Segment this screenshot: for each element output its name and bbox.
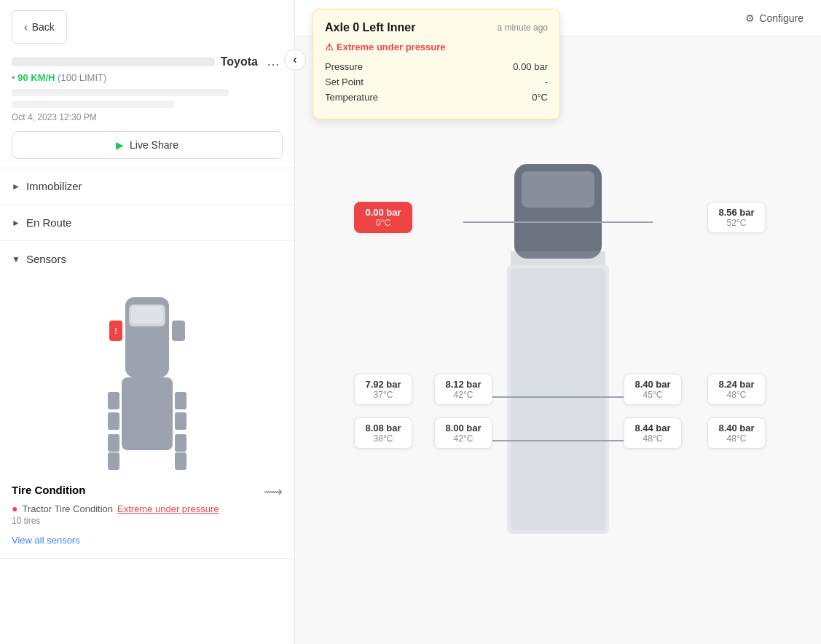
- vehicle-id-blurred: [12, 58, 215, 66]
- svg-rect-4: [172, 321, 185, 341]
- tire-axle2-right-outer[interactable]: 8.24 bar 48°C: [707, 374, 766, 405]
- axle3-right-inner-temp: 48°C: [632, 433, 674, 444]
- tooltip-alert: ⚠ Extreme under pressure: [325, 42, 548, 52]
- tire-condition-label: Tire Condition: [12, 484, 85, 496]
- axle2-left-outer-pressure: 7.92 bar: [362, 379, 404, 390]
- temperature-label: Temperature: [325, 92, 378, 103]
- tire-axle2-left-outer[interactable]: 7.92 bar 37°C: [354, 374, 412, 405]
- front-right-pressure: 8.56 bar: [715, 207, 758, 218]
- tooltip-pressure-row: Pressure 0.00 bar: [325, 61, 548, 72]
- collapse-sidebar-button[interactable]: ‹: [284, 49, 306, 71]
- svg-rect-20: [511, 268, 605, 530]
- gear-icon: ⚙: [745, 12, 755, 24]
- tire-axle3-right-outer[interactable]: 8.40 bar 48°C: [707, 417, 766, 449]
- tire-tooltip-popup: Axle 0 Left Inner a minute ago ⚠ Extreme…: [313, 9, 560, 119]
- set-point-value: -: [545, 76, 548, 87]
- axle3-right-inner-pressure: 8.44 bar: [632, 423, 674, 433]
- axle3-left-inner-pressure: 8.00 bar: [442, 423, 484, 433]
- axle3-left-outer-temp: 38°C: [362, 433, 404, 444]
- svg-rect-5: [122, 377, 173, 450]
- vehicle-header: Toyota … • 90 KM/H (100 LIMIT) Oct 4, 20…: [0, 54, 294, 168]
- tractor-condition-label: Tractor Tire Condition: [22, 503, 113, 514]
- tooltip-setpoint-row: Set Point -: [325, 76, 548, 87]
- svg-rect-8: [175, 392, 186, 409]
- sensors-header[interactable]: ▼ Sensors: [0, 241, 294, 277]
- more-options-button[interactable]: …: [264, 54, 283, 69]
- svg-rect-9: [175, 412, 186, 430]
- tooltip-temperature-row: Temperature 0°C: [325, 92, 548, 103]
- collapse-arrow-icon: ‹: [293, 53, 296, 66]
- tooltip-header: Axle 0 Left Inner a minute ago: [325, 21, 548, 34]
- immobilizer-header[interactable]: ► Immobilizer: [0, 168, 294, 204]
- en-route-header[interactable]: ► En Route: [0, 205, 294, 240]
- pressure-value: 0.00 bar: [513, 61, 548, 72]
- svg-rect-7: [108, 412, 119, 430]
- temperature-value: 0°C: [532, 92, 548, 103]
- tire-axle2-left-inner[interactable]: 8.12 bar 42°C: [434, 374, 492, 405]
- tooltip-title: Axle 0 Left Inner: [325, 21, 415, 34]
- svg-rect-10: [108, 434, 119, 452]
- front-left-temp: 0°C: [362, 218, 404, 228]
- location-icon: ▶: [116, 139, 124, 151]
- sensors-arrow-icon: ▼: [12, 254, 20, 264]
- svg-rect-6: [108, 392, 119, 409]
- alert-circle-icon: ⚠: [325, 42, 334, 52]
- timestamp: Oct 4, 2023 12:30 PM: [12, 112, 283, 122]
- vehicle-name-row: Toyota …: [12, 54, 283, 69]
- main-content: Assets ⚙ Configure Axle 0 Left Inner a m…: [295, 0, 821, 644]
- axle2-left-outer-temp: 37°C: [362, 390, 404, 400]
- en-route-section: ► En Route: [0, 205, 294, 241]
- svg-rect-17: [522, 171, 594, 208]
- mini-car-svg: !: [89, 283, 205, 472]
- tooltip-time: a minute ago: [498, 23, 548, 33]
- speed-limit: 100 LIMIT: [60, 72, 103, 83]
- svg-rect-18: [511, 251, 605, 266]
- svg-rect-13: [175, 452, 186, 470]
- truck-top-view: 0.00 bar 0°C 8.56 bar 52°C 7.92 bar 37°C…: [434, 157, 682, 565]
- immobilizer-arrow-icon: ►: [12, 181, 20, 192]
- extreme-pressure-link[interactable]: Extreme under pressure: [117, 503, 219, 514]
- speed-value: 90 KM/H: [17, 72, 55, 83]
- en-route-arrow-icon: ►: [12, 218, 20, 228]
- back-arrow-icon: ‹: [24, 21, 28, 33]
- sensors-section: ▼ Sensors: [0, 241, 294, 559]
- front-left-pressure: 0.00 bar: [362, 207, 404, 218]
- pressure-label: Pressure: [325, 61, 363, 72]
- tire-front-left-outer[interactable]: 0.00 bar 0°C: [354, 202, 412, 233]
- svg-rect-11: [108, 452, 119, 470]
- live-share-button[interactable]: ▶ Live Share: [12, 131, 283, 159]
- front-right-temp: 52°C: [715, 218, 758, 228]
- address-line-2: [12, 101, 174, 108]
- tire-axle3-right-inner[interactable]: 8.44 bar 48°C: [624, 417, 682, 449]
- vehicle-visualization: 0.00 bar 0°C 8.56 bar 52°C 7.92 bar 37°C…: [295, 40, 821, 644]
- vehicle-name: Toyota: [221, 55, 258, 68]
- tire-axle3-left-inner[interactable]: 8.00 bar 42°C: [434, 417, 492, 449]
- back-button[interactable]: ‹ Back: [12, 10, 67, 44]
- axle3-right-outer-pressure: 8.40 bar: [715, 423, 758, 433]
- svg-rect-12: [175, 434, 186, 452]
- error-dot-icon: ●: [12, 503, 17, 514]
- tire-front-right-outer[interactable]: 8.56 bar 52°C: [707, 202, 766, 233]
- immobilizer-section: ► Immobilizer: [0, 168, 294, 205]
- tire-axle2-right-inner[interactable]: 8.40 bar 45°C: [624, 374, 682, 405]
- speed-row: • 90 KM/H (100 LIMIT): [12, 72, 283, 83]
- tractor-condition: ● Tractor Tire Condition Extreme under p…: [12, 503, 283, 514]
- axle2-right-inner-pressure: 8.40 bar: [632, 379, 674, 390]
- axle3-left-outer-pressure: 8.08 bar: [362, 423, 404, 433]
- address-line-1: [12, 89, 229, 96]
- axle2-left-inner-pressure: 8.12 bar: [442, 379, 484, 390]
- configure-button[interactable]: ⚙ Configure: [745, 12, 804, 24]
- axle2-right-outer-temp: 48°C: [715, 390, 758, 400]
- axle2-right-outer-pressure: 8.24 bar: [715, 379, 758, 390]
- truck-body-svg: [434, 157, 682, 565]
- sidebar: ‹ Back Toyota … • 90 KM/H (100 LIMIT) Oc…: [0, 0, 295, 644]
- svg-rect-2: [131, 306, 163, 323]
- set-point-label: Set Point: [325, 76, 364, 87]
- tire-axle3-left-outer[interactable]: 8.08 bar 38°C: [354, 417, 412, 449]
- axle3-right-outer-temp: 48°C: [715, 433, 758, 444]
- sensors-content: ! Tire Condition ⟿ ● Tractor Tire Condit…: [0, 283, 294, 558]
- trend-icon[interactable]: ⟿: [264, 484, 283, 500]
- svg-text:!: !: [114, 327, 117, 335]
- mini-vehicle-diagram: !: [12, 283, 283, 472]
- view-all-sensors-link[interactable]: View all sensors: [12, 535, 80, 546]
